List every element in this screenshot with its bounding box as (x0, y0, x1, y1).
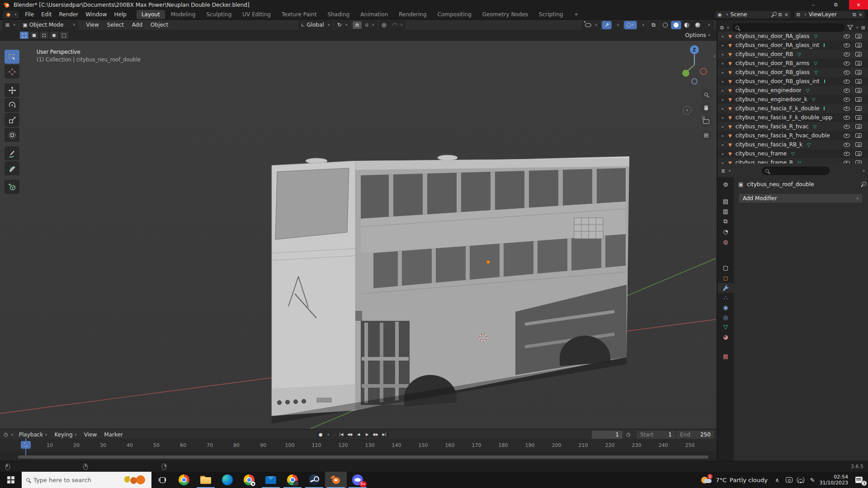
mode-dropdown[interactable]: ▣ Object Mode ∨ (20, 21, 78, 29)
viewport-menu-object[interactable]: Object (147, 21, 172, 29)
outliner-row[interactable]: ▸▼citybus_neu_door_RB_glass_int (717, 77, 868, 86)
render-visibility-camera-icon[interactable] (855, 88, 862, 93)
properties-tab-particles[interactable]: ∴ (717, 292, 734, 302)
tool-annotate[interactable] (5, 146, 19, 160)
render-visibility-camera-icon[interactable] (855, 151, 862, 156)
tool-measure[interactable] (5, 161, 19, 175)
object-name[interactable]: citybus_neu_fascia_F_k_double_upp (736, 114, 833, 121)
outliner-row[interactable]: ▸▼citybus_neu_door_RB_arms▽ (717, 59, 868, 68)
timeline-menu-keying[interactable]: Keying∨ (51, 431, 80, 439)
show-gizmo-toggle[interactable]: ↗ (602, 21, 612, 29)
properties-tab-tool[interactable]: ⚙ (717, 179, 734, 189)
outliner-row[interactable]: ▸▼citybus_neu_fascia_RB_k▽ (717, 140, 868, 149)
outliner-row[interactable]: ▸▼citybus_neu_fascia_F_k_double_upp (717, 113, 868, 122)
clock-widget[interactable]: 02:54 31/10/2023 (818, 474, 850, 486)
render-visibility-camera-icon[interactable] (855, 52, 862, 56)
object-name[interactable]: citybus_neu_door_RB_glass (736, 69, 810, 75)
tool-scale[interactable] (5, 113, 19, 127)
properties-tab-view-layer[interactable]: ⧉ (717, 216, 734, 226)
workspace-tab-texture-paint[interactable]: Texture Paint (277, 10, 321, 19)
properties-tab-render[interactable]: ▤ (717, 196, 734, 206)
visibility-eye-icon[interactable] (844, 143, 850, 147)
outliner-row[interactable]: ▸▼citybus_neu_enginedoor_k▽ (717, 95, 868, 104)
visibility-eye-icon[interactable] (844, 89, 850, 93)
render-visibility-camera-icon[interactable] (855, 115, 862, 120)
visibility-eye-icon[interactable] (844, 52, 850, 56)
expand-arrow-icon[interactable]: ▸ (722, 61, 728, 66)
outliner-row[interactable]: ▸▼citybus_neu_frame▽ (717, 149, 868, 158)
shading-wireframe-button[interactable] (660, 21, 670, 29)
expand-arrow-icon[interactable]: ▸ (722, 52, 728, 56)
current-frame-field[interactable]: 1 (592, 431, 623, 439)
viewport-canvas[interactable]: User Perspective (1) Collection | citybu… (0, 41, 717, 429)
render-visibility-camera-icon[interactable] (855, 34, 862, 38)
taskbar-app-blender[interactable] (325, 472, 347, 488)
expand-arrow-icon[interactable]: ▸ (722, 143, 728, 147)
expand-arrow-icon[interactable]: ▸ (722, 70, 728, 75)
visibility-eye-icon[interactable] (844, 134, 850, 138)
select-mode-subtract-button[interactable] (39, 31, 49, 39)
new-view-layer-icon[interactable]: ⧉ (853, 12, 856, 18)
proportional-falloff-dropdown[interactable]: ◠∨ (389, 21, 406, 29)
visibility-eye-icon[interactable] (844, 125, 850, 129)
taskbar-app-edge[interactable] (217, 472, 238, 488)
timeline-editor-dropdown[interactable]: ◷ ∨ (4, 432, 14, 437)
render-visibility-camera-icon[interactable] (855, 61, 862, 66)
new-scene-icon[interactable]: ⧉ (778, 12, 782, 18)
start-button[interactable] (0, 472, 22, 488)
taskbar-app-chrome[interactable] (173, 472, 195, 488)
play-reverse-button[interactable]: ◀ (354, 431, 363, 438)
outliner-display-mode-dropdown[interactable]: ⧉ ∨ (720, 25, 729, 31)
properties-tab-world[interactable]: ◍ (717, 237, 734, 247)
menu-help[interactable]: Help (111, 10, 130, 19)
expand-arrow-icon[interactable]: ▸ (722, 125, 728, 129)
visibility-eye-icon[interactable] (844, 107, 850, 111)
object-name[interactable]: citybus_neu_enginedoor (736, 87, 802, 94)
workspace-tab-modeling[interactable]: Modeling (166, 10, 201, 19)
play-button[interactable]: ▶ (363, 431, 372, 438)
add-modifier-button[interactable]: Add Modifier ∨ (738, 193, 863, 203)
menu-file[interactable]: File (21, 10, 38, 19)
taskbar-app-file-explorer[interactable] (195, 472, 217, 488)
frame-start-field[interactable]: Start1 (637, 431, 675, 439)
timeline-scrollbar[interactable] (18, 455, 708, 459)
pan-hand-button[interactable] (700, 102, 712, 114)
shading-material-button[interactable] (682, 21, 692, 29)
workspace-tab-geometry-nodes[interactable]: Geometry Nodes (477, 10, 533, 19)
jump-to-next-keyframe-button[interactable]: ◆▶ (372, 431, 380, 438)
outliner-row[interactable]: ▸▼citybus_neu_fascia_R_hvac_double (717, 131, 868, 140)
properties-tab-object-data[interactable]: ▽ (717, 322, 734, 332)
outliner-row[interactable]: ▸▼citybus_neu_door_RA_glass_int (717, 41, 868, 50)
properties-tab-texture[interactable]: ▦ (717, 351, 734, 361)
workspace-tab-sculpting[interactable]: Sculpting (201, 10, 236, 19)
tool-move[interactable] (5, 83, 19, 97)
view-layer-selector[interactable]: ⧉ ∨ ViewLayer ⧉ × (794, 10, 865, 19)
object-name[interactable]: citybus_neu_frame (736, 150, 787, 157)
properties-tab-modifiers[interactable] (717, 283, 734, 293)
pivot-point-dropdown[interactable]: ↻∨ (335, 21, 350, 29)
workspace-tab-animation[interactable]: Animation (355, 10, 393, 19)
visibility-eye-icon[interactable] (844, 70, 850, 75)
object-name[interactable]: citybus_neu_door_RB_arms (736, 60, 810, 66)
snap-toggle[interactable]: ∩ (352, 21, 362, 29)
notification-center-button[interactable]: 3 (850, 472, 868, 488)
workspace-tab-shading[interactable]: Shading (322, 10, 354, 19)
jump-to-start-button[interactable]: |◀ (337, 431, 346, 438)
restore-button[interactable]: ⧉ (826, 0, 845, 9)
weather-widget[interactable]: 1 7°C Partly cloudy (697, 475, 771, 485)
expand-arrow-icon[interactable]: ▸ (722, 107, 728, 111)
render-visibility-camera-icon[interactable] (855, 124, 862, 129)
object-name[interactable]: citybus_neu_fascia_RB_k (736, 141, 802, 148)
blender-menu-button[interactable]: ∨ (3, 10, 19, 19)
outliner-filter-dropdown[interactable]: ∨ (847, 25, 859, 30)
object-name[interactable]: citybus_neu_door_RA_glass (736, 33, 810, 39)
frame-end-field[interactable]: End250 (676, 431, 714, 439)
scene-selector[interactable]: ◉ ∨ Scene ⧉ × (715, 10, 791, 19)
pin-icon[interactable] (861, 182, 866, 187)
navigation-axis-gizmo[interactable]: Z (679, 44, 710, 87)
pin-icon[interactable] (772, 12, 776, 17)
select-mode-extend-button[interactable] (29, 31, 39, 39)
visibility-eye-icon[interactable] (844, 152, 850, 156)
properties-tab-collection[interactable]: ▢ (717, 263, 734, 272)
outliner-row[interactable]: ▸▼citybus_neu_door_RB▽ (717, 50, 868, 59)
